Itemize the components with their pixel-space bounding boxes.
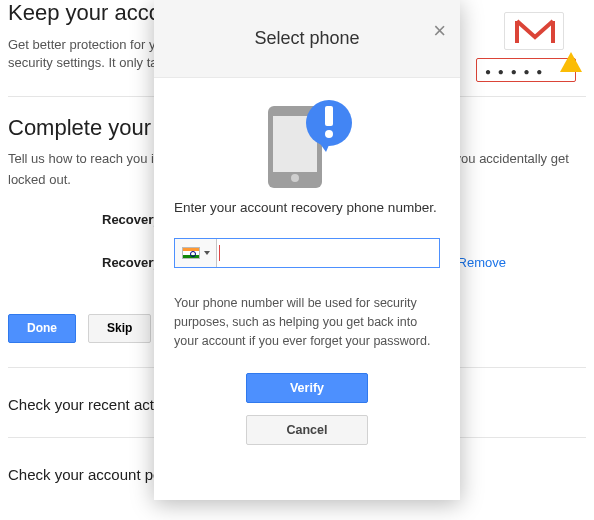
close-icon[interactable]: × [433, 20, 446, 42]
modal-prompt: Enter your account recovery phone number… [174, 198, 440, 218]
verify-button[interactable]: Verify [246, 373, 368, 403]
done-button[interactable]: Done [8, 314, 76, 343]
skip-button[interactable]: Skip [88, 314, 151, 343]
modal-title: Select phone [254, 28, 359, 49]
cancel-button[interactable]: Cancel [246, 415, 368, 445]
phone-input-group [174, 238, 440, 268]
exclamation-bubble-icon [306, 100, 352, 146]
phone-alert-illustration [262, 100, 352, 188]
modal-header: Select phone × [154, 0, 460, 78]
chevron-down-icon [204, 251, 210, 255]
remove-link[interactable]: Remove [458, 255, 506, 270]
flag-india-icon [182, 247, 200, 259]
warning-icon [560, 52, 582, 72]
modal-info-text: Your phone number will be used for secur… [174, 294, 440, 350]
country-selector[interactable] [175, 239, 217, 267]
select-phone-modal: Select phone × Enter your account recove… [154, 0, 460, 500]
gmail-icon [504, 12, 564, 50]
phone-number-input[interactable] [220, 239, 439, 267]
